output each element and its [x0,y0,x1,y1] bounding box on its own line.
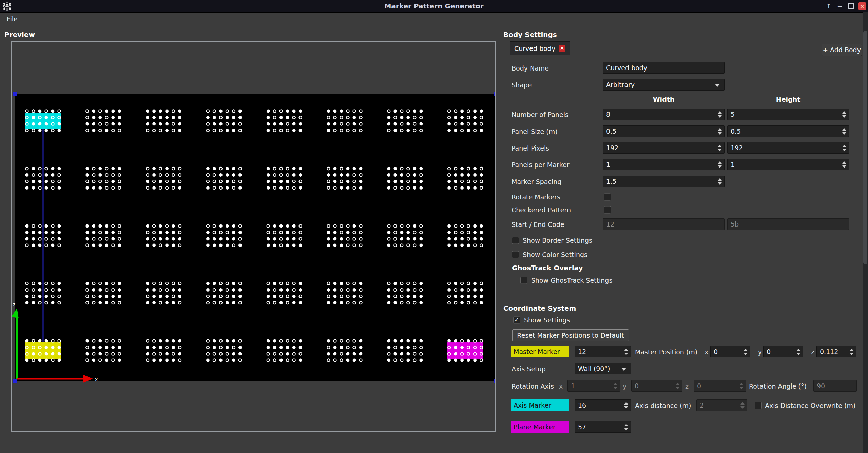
spinner-icon [675,380,681,391]
ppm-width-input[interactable]: 1 [603,159,725,170]
spinner-icon[interactable] [717,176,723,187]
marker-spacing-label: Marker Spacing [512,178,561,185]
app-window: Marker Pattern Generator ↑ − × File Prev… [0,0,868,453]
spinner-icon[interactable] [841,126,847,137]
axis-setup-dropdown[interactable]: Wall (90°) [575,363,631,374]
master-x-input[interactable]: 0 [710,346,750,357]
rot-y-input[interactable]: 0 [631,380,682,392]
axis-marker-id-input[interactable]: 16 [575,399,631,411]
spinner-icon[interactable] [623,346,629,357]
spinner-icon[interactable] [841,109,847,120]
panel-size-width-input[interactable]: 0.5 [603,125,725,137]
tab-underline [510,55,863,55]
show-color-label: Show Color Settings [523,251,587,258]
row-show-settings: Show Settings [503,315,863,325]
rotate-markers-checkbox[interactable] [604,194,611,201]
row-body-name: Body Name Curved body [503,62,863,74]
svg-text:z: z [13,302,15,307]
row-marker-spacing: Marker Spacing 1.5 [503,176,863,188]
start-code-input[interactable]: 12 [603,218,725,230]
axis-distance-label: Axis distance (m) [635,402,691,409]
spinner-icon[interactable] [717,159,723,170]
tab-close-icon[interactable]: × [559,45,565,52]
panel-pixels-height-input[interactable]: 192 [727,142,849,154]
plane-marker [447,342,483,359]
plane-marker-id-input[interactable]: 57 [575,421,631,433]
master-z-input[interactable]: 0.112 [816,346,856,357]
master-x-label: x [705,348,708,356]
svg-text:x: x [95,377,98,382]
vertical-scrollbar [863,12,868,453]
end-code-input[interactable]: 5b [727,218,849,230]
row-number-of-panels: Number of Panels 8 5 [503,109,863,121]
add-body-button[interactable]: + Add Body [822,44,862,56]
row-plane-marker: Plane Marker 57 [503,421,863,433]
show-border-checkbox[interactable] [512,237,519,244]
show-border-label: Show Border Settings [523,237,592,244]
show-settings-checkbox[interactable] [513,317,520,324]
start-end-code-label: Start / End Code [512,221,564,228]
body-name-input[interactable]: Curved body [603,62,725,74]
panels-width-input[interactable]: 8 [603,109,725,120]
shape-dropdown[interactable]: Arbitrary [603,79,725,91]
axis-distance-overwrite-label: Axis Distance Overwrite (m) [765,402,855,409]
panel-size-height-input[interactable]: 0.5 [727,125,849,137]
reset-marker-positions-button[interactable]: Reset Marker Positions to Default [512,329,629,341]
rot-z-label: z [685,382,689,390]
panels-per-marker-label: Panels per Marker [512,161,569,169]
spinner-icon [738,380,745,391]
row-panels-per-marker: Panels per Marker 1 1 [503,159,863,171]
rotation-angle-input[interactable]: 90 [813,380,857,392]
tab-curved-body[interactable]: Curved body × [510,41,570,55]
preview-panel[interactable]: zx [11,41,496,432]
spinner-icon[interactable] [623,421,629,432]
spinner-icon[interactable] [742,346,749,357]
rot-x-input[interactable]: 1 [567,380,620,392]
marker-pattern-canvas[interactable]: zx [12,42,495,431]
axis-setup-label: Axis Setup [512,365,546,373]
scrollbar-thumb[interactable] [863,31,867,264]
panel-size-label: Panel Size (m) [512,128,558,135]
rot-y-label: y [623,382,626,390]
panel-pixels-width-input[interactable]: 192 [603,142,725,154]
chevron-down-icon [715,84,720,87]
spinner-icon[interactable] [841,159,847,170]
show-ghostrack-label: Show GhosTrack Settings [531,277,612,284]
checkered-pattern-checkbox[interactable] [604,206,611,214]
axis-marker [25,113,61,129]
master-marker [25,342,61,359]
panels-height-input[interactable]: 5 [727,109,849,120]
shape-label: Shape [512,81,532,89]
marker-spacing-input[interactable]: 1.5 [603,176,725,187]
axis-marker-chip: Axis Marker [511,399,569,411]
show-ghostrack-checkbox[interactable] [520,277,527,284]
master-y-input[interactable]: 0 [763,346,803,357]
row-axis-setup: Axis Setup Wall (90°) [503,363,863,375]
plane-marker-chip: Plane Marker [511,421,569,433]
rot-z-input[interactable]: 0 [694,380,746,392]
show-color-checkbox[interactable] [512,251,519,258]
row-show-ghostrack: Show GhosTrack Settings [503,275,863,285]
preview-heading: Preview [4,31,35,39]
axis-distance-input[interactable]: 2 [696,399,747,411]
spinner-icon[interactable] [623,400,629,411]
master-marker-chip: Master Marker [511,346,569,357]
panel-pixels-label: Panel Pixels [512,144,549,152]
menu-file[interactable]: File [3,15,22,23]
spinner-icon[interactable] [849,346,855,357]
rotation-angle-label: Rotation Angle (°) [749,382,807,390]
master-position-label: Master Position (m) [635,348,697,356]
spinner-icon[interactable] [841,142,847,153]
row-panel-pixels: Panel Pixels 192 192 [503,142,863,154]
spinner-icon [612,380,618,391]
spinner-icon[interactable] [717,142,723,153]
ppm-height-input[interactable]: 1 [727,159,849,170]
spinner-icon[interactable] [717,109,723,120]
axis-distance-overwrite-checkbox[interactable] [755,402,762,409]
spinner-icon [739,400,746,411]
master-y-label: y [758,348,762,356]
spinner-icon[interactable] [717,126,723,137]
master-marker-id-input[interactable]: 12 [575,346,631,357]
spinner-icon[interactable] [795,346,802,357]
master-z-label: z [811,348,814,356]
